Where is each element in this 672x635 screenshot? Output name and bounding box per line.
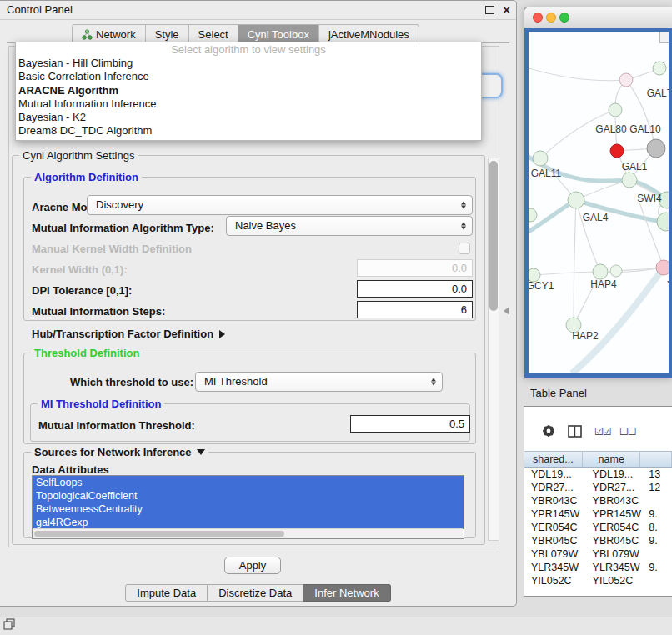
dpi-tolerance-field[interactable]: 0.0 [357, 280, 473, 298]
attribute-item-topologicalcoefficient[interactable]: TopologicalCoefficient [33, 489, 464, 502]
top-tabbar: NetworkStyleSelectCyni ToolboxjActiveMNo… [72, 24, 419, 43]
network-node-label: GCY1 [529, 280, 554, 292]
table-row[interactable]: YIL052CYIL052C [524, 574, 672, 588]
kernel-width-field[interactable]: 0.0 [357, 259, 473, 277]
mi-threshold-field[interactable]: 0.5 [350, 415, 470, 432]
tab-style[interactable]: Style [145, 25, 188, 43]
combo-arrows-icon [461, 201, 466, 210]
bottom-tab-discretize-data[interactable]: Discretize Data [208, 584, 303, 602]
network-node[interactable] [656, 260, 669, 275]
tab-select[interactable]: Select [188, 25, 238, 43]
algorithm-option-dream8-dc-tdc-algorithm[interactable]: Dream8 DC_TDC Algorithm [16, 124, 481, 138]
which-threshold-label: Which threshold to use: [70, 376, 193, 389]
network-node[interactable] [593, 264, 608, 279]
table-cell: YBL079W [586, 548, 648, 561]
sources-label: Sources for Network Inference [34, 446, 192, 458]
table-row[interactable]: YBR043CYBR043C [524, 494, 672, 508]
network-node[interactable] [653, 62, 666, 75]
mi-type-select[interactable]: Naive Bayes [226, 216, 473, 236]
aracne-mode-value: Discovery [96, 198, 143, 211]
mi-steps-field[interactable]: 6 [357, 301, 473, 318]
scrollbar-thumb[interactable] [489, 161, 498, 311]
network-node[interactable] [609, 103, 622, 117]
apply-button[interactable]: Apply [224, 557, 281, 574]
which-threshold-value: MI Threshold [204, 375, 268, 388]
manual-kernel-checkbox[interactable] [459, 242, 470, 254]
bottom-tabbar: Impute DataDiscretize DataInfer Network [0, 584, 516, 602]
algorithm-option-bayesian-k2[interactable]: Bayesian - K2 [16, 111, 481, 124]
network-view-window: GAL7GAL80GAL10GAL11GAL1SWI4GAL4GCY1HAP4Y… [524, 7, 672, 377]
column-header-name[interactable]: name [583, 452, 640, 467]
mi-threshold-label: Mutual Information Threshold: [38, 419, 195, 432]
table-row[interactable]: YLR345WYLR345W9. [524, 561, 672, 574]
restore-panel-icon[interactable] [3, 618, 15, 630]
network-node[interactable] [568, 192, 584, 208]
tab-label: Network [96, 28, 136, 41]
attribute-item-betweennesscentrality[interactable]: BetweennessCentrality [33, 502, 464, 516]
close-icon[interactable]: × [503, 2, 510, 18]
close-traffic-light[interactable] [533, 12, 543, 22]
column-header-shared[interactable]: shared... [524, 452, 583, 467]
table-cell: 13 [647, 468, 672, 481]
table-row[interactable]: YDR27...YDR27...12 [524, 481, 672, 494]
network-node[interactable] [622, 172, 637, 188]
aracne-mode-select[interactable]: Discovery [87, 195, 473, 215]
table-cell: YPR145W [524, 508, 586, 521]
table-cell: YDR27... [524, 481, 586, 494]
table-row[interactable]: YBL079WYBL079W [524, 548, 672, 561]
table-row[interactable]: YER054CYER054C8. [524, 521, 672, 534]
control-panel-titlebar[interactable]: Control Panel × [0, 1, 516, 20]
network-node[interactable] [647, 139, 665, 158]
vertical-scrollbar[interactable] [488, 158, 499, 541]
which-threshold-select[interactable]: MI Threshold [195, 372, 443, 392]
deselect-all-icon[interactable]: ☐☐ [619, 426, 636, 438]
table-row[interactable]: YBR045CYBR045C9. [524, 534, 672, 548]
network-node[interactable] [610, 144, 624, 158]
network-node[interactable] [529, 208, 537, 222]
network-node[interactable] [610, 265, 622, 277]
data-attributes-list[interactable]: SelfLoopsTopologicalCoefficientBetweenne… [32, 475, 464, 539]
panel-collapse-arrow[interactable] [504, 307, 509, 315]
algorithm-definition-title: Algorithm Definition [31, 171, 142, 183]
tab-network[interactable]: Network [73, 25, 145, 43]
mi-type-value: Naive Bayes [235, 219, 296, 232]
algorithm-option-aracne-algorithm[interactable]: ARACNE Algorithm [16, 84, 481, 98]
table-cell: 9. [647, 508, 672, 521]
tab-jactivemnodules[interactable]: jActiveMNodules [318, 25, 419, 43]
table-panel-title: Table Panel [530, 387, 587, 399]
table-row[interactable]: YDL19...YDL19...13 [524, 468, 672, 481]
manual-kernel-label: Manual Kernel Width Definition [32, 242, 192, 256]
select-all-icon[interactable]: ☑☑ [594, 426, 611, 438]
algorithm-option-mutual-information-inference[interactable]: Mutual Information Inference [16, 98, 481, 111]
algorithm-option-basic-correlation-inference[interactable]: Basic Correlation Inference [16, 70, 481, 83]
attribute-item-selfloops[interactable]: SelfLoops [33, 476, 464, 489]
bottom-tab-impute-data[interactable]: Impute Data [125, 584, 208, 602]
scrollbar-thumb[interactable] [34, 531, 284, 537]
tab-label: Cyni Toolbox [248, 28, 309, 41]
columns-icon[interactable] [568, 425, 582, 438]
sources-toggle[interactable]: Sources for Network Inference [31, 446, 208, 458]
bottom-tab-infer-network[interactable]: Infer Network [303, 584, 390, 602]
horizontal-scrollbar[interactable] [33, 528, 463, 538]
network-node[interactable] [533, 151, 548, 166]
float-window-icon[interactable] [485, 6, 494, 14]
network-window-titlebar[interactable] [524, 8, 672, 28]
attribute-item-gal4rgexp[interactable]: gal4RGexp [33, 516, 464, 529]
network-node-label: GAL4 [583, 212, 609, 223]
table-row[interactable]: YPR145WYPR145W9. [524, 508, 672, 521]
zoom-traffic-light[interactable] [559, 12, 569, 22]
algorithm-dropdown-popup: Select algorithm to view settings Bayesi… [15, 42, 482, 141]
network-canvas[interactable]: GAL7GAL80GAL10GAL11GAL1SWI4GAL4GCY1HAP4Y… [529, 32, 669, 373]
threshold-definition-title: Threshold Definition [31, 347, 143, 359]
network-node[interactable] [619, 73, 633, 87]
minimize-traffic-light[interactable] [546, 12, 556, 22]
table-cell: 12 [647, 481, 672, 494]
tab-cyni-toolbox[interactable]: Cyni Toolbox [238, 25, 318, 43]
network-node-label: GAL80 [595, 123, 627, 135]
hub-definition-toggle[interactable]: Hub/Transcription Factor Definition [32, 328, 225, 341]
column-header-2[interactable] [640, 452, 672, 467]
table-panel-window: ☑☑ ☐☐ shared...name YDL19...YDL19...13YD… [524, 406, 672, 597]
gear-icon[interactable] [541, 423, 556, 438]
algorithm-option-bayesian-hill-climbing[interactable]: Bayesian - Hill Climbing [16, 57, 481, 70]
table-cell [647, 494, 672, 508]
